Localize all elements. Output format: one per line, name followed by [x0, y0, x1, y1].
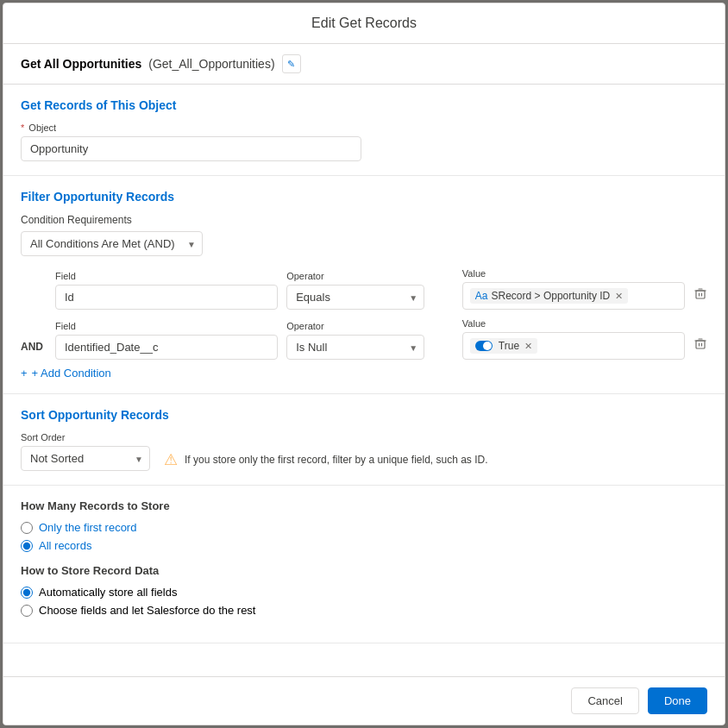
operator-select-2[interactable]: Is Null: [286, 335, 424, 360]
value-wrap-2: Value True ✕: [462, 318, 685, 360]
record-api: (Get_All_Opportunities): [148, 57, 274, 71]
delete-condition-2[interactable]: [693, 336, 707, 360]
object-section-title: Get Records of This Object: [21, 98, 707, 112]
field-wrap-1: Field: [55, 271, 278, 310]
value-tag-1: Aa SRecord > Opportunity ID ✕: [470, 288, 628, 304]
warning-text: If you store only the first record, filt…: [185, 454, 488, 466]
object-input[interactable]: [21, 136, 361, 161]
condition-row-2: AND Field Operator Is Null ▼: [21, 318, 707, 360]
record-title-row: Get All Opportunities (Get_All_Opportuni…: [3, 44, 725, 85]
value-label-1: Value: [462, 268, 685, 279]
svg-rect-5: [696, 341, 705, 348]
edit-name-button[interactable]: ✎: [282, 54, 301, 73]
how-store-title: How to Store Record Data: [21, 564, 707, 577]
warning-icon: ⚠: [164, 450, 178, 469]
store-section: How Many Records to Store Only the first…: [3, 486, 725, 643]
field-label-1: Field: [55, 271, 278, 281]
delete-condition-1[interactable]: [693, 286, 707, 310]
value-tag-close-2[interactable]: ✕: [524, 341, 532, 352]
operator-wrap-2: Operator Is Null ▼: [286, 321, 454, 360]
record-name: Get All Opportunities: [21, 57, 141, 71]
field-input-1[interactable]: [55, 285, 278, 310]
value-tag-2: True ✕: [470, 338, 537, 354]
radio-auto-label: Automatically store all fields: [39, 586, 177, 599]
operator-label-2: Operator: [286, 321, 454, 331]
add-condition-label: + Add Condition: [32, 367, 111, 380]
required-star: *: [21, 122, 24, 133]
operator-select-wrap-1: Equals ▼: [286, 285, 424, 310]
radio-all-records[interactable]: All records: [21, 539, 707, 552]
object-field-wrap: * Object: [21, 122, 361, 161]
sort-order-label: Sort Order: [21, 432, 150, 442]
how-many-title: How Many Records to Store: [21, 499, 707, 512]
field-input-2[interactable]: [55, 335, 278, 360]
operator-wrap-1: Operator Equals ▼: [286, 271, 454, 310]
value-label-2: Value: [462, 318, 685, 329]
operator-label-1: Operator: [286, 271, 454, 281]
sort-section-title: Sort Opportunity Records: [21, 408, 707, 422]
and-label-2: AND: [21, 341, 47, 360]
modal-footer: Cancel Done: [3, 676, 725, 725]
field-wrap-2: Field: [55, 321, 278, 360]
condition-row-1: Field Operator Equals ▼ Value: [21, 268, 707, 310]
modal-container: Edit Get Records Get All Opportunities (…: [3, 3, 725, 725]
operator-select-1[interactable]: Equals: [286, 285, 424, 310]
text-icon-1: Aa: [475, 290, 488, 302]
edit-icon: ✎: [287, 59, 295, 70]
object-section: Get Records of This Object * Object: [3, 85, 725, 176]
done-button[interactable]: Done: [648, 687, 707, 714]
condition-req-select[interactable]: All Conditions Are Met (AND): [21, 231, 203, 256]
radio-choose-label: Choose fields and let Salesforce do the …: [39, 604, 255, 617]
modal-body: Get All Opportunities (Get_All_Opportuni…: [3, 44, 725, 676]
radio-all-label: All records: [39, 539, 91, 552]
object-field-label: * Object: [21, 122, 361, 133]
radio-choose-store[interactable]: Choose fields and let Salesforce do the …: [21, 604, 707, 617]
toggle-icon-2: [475, 341, 493, 351]
sort-section: Sort Opportunity Records Sort Order Not …: [3, 394, 725, 486]
modal-title: Edit Get Records: [311, 16, 417, 30]
radio-auto-store[interactable]: Automatically store all fields: [21, 586, 707, 599]
svg-rect-0: [696, 291, 705, 298]
how-store-radio-group: Automatically store all fields Choose fi…: [21, 586, 707, 617]
add-condition-button[interactable]: + + Add Condition: [21, 360, 111, 380]
radio-choose-input[interactable]: [21, 605, 33, 617]
sort-row: Sort Order Not Sorted ▼ ⚠ If you store o…: [21, 432, 707, 471]
radio-all-input[interactable]: [21, 540, 33, 552]
add-condition-plus: +: [21, 367, 28, 380]
conditions-grid: Field Operator Equals ▼ Value: [21, 268, 707, 360]
sort-order-select[interactable]: Not Sorted: [21, 446, 150, 471]
condition-req-select-wrap: All Conditions Are Met (AND) ▼: [21, 231, 203, 256]
operator-select-wrap-2: Is Null ▼: [286, 335, 424, 360]
filter-section: Filter Opportunity Records Condition Req…: [3, 176, 725, 394]
filter-section-title: Filter Opportunity Records: [21, 190, 707, 204]
radio-first-label: Only the first record: [39, 521, 136, 534]
trash-icon-2: [693, 336, 707, 350]
sort-order-group: Sort Order Not Sorted ▼: [21, 432, 150, 471]
value-tag-text-1: SRecord > Opportunity ID: [492, 290, 611, 302]
value-tag-wrap-2[interactable]: True ✕: [462, 332, 685, 360]
value-tag-close-1[interactable]: ✕: [615, 291, 623, 302]
radio-first-record[interactable]: Only the first record: [21, 521, 707, 534]
sort-order-select-wrap: Not Sorted ▼: [21, 446, 150, 471]
radio-auto-input[interactable]: [21, 587, 33, 599]
value-tag-text-2: True: [499, 340, 519, 352]
trash-icon-1: [693, 286, 707, 300]
value-tag-wrap-1[interactable]: Aa SRecord > Opportunity ID ✕: [462, 282, 685, 310]
how-many-radio-group: Only the first record All records: [21, 521, 707, 552]
cancel-button[interactable]: Cancel: [571, 687, 638, 714]
warning-box: ⚠ If you store only the first record, fi…: [164, 450, 488, 471]
radio-first-input[interactable]: [21, 522, 33, 534]
field-label-2: Field: [55, 321, 278, 331]
modal-header: Edit Get Records: [3, 3, 725, 44]
condition-req-label: Condition Requirements: [21, 214, 707, 226]
value-wrap-1: Value Aa SRecord > Opportunity ID ✕: [462, 268, 685, 310]
